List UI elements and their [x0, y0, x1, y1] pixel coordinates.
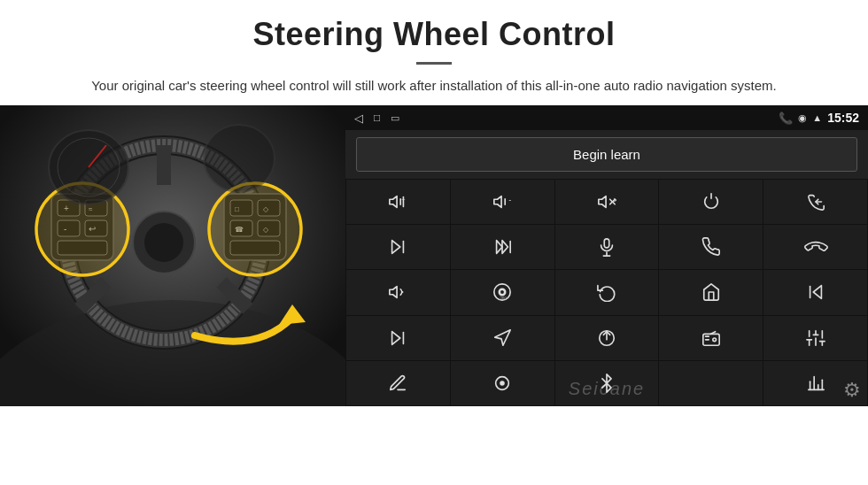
- back-cell[interactable]: [555, 270, 659, 314]
- vol-down-cell[interactable]: -: [451, 180, 554, 224]
- svg-marker-63: [813, 286, 821, 299]
- status-right: 📞 ◉ ▲ 15:52: [779, 111, 859, 125]
- wifi-icon: ▲: [812, 112, 822, 123]
- mic-cell[interactable]: [555, 225, 659, 269]
- steering-wheel-panel: + ≈ - ↩ □ ◇ ☎ ◇: [0, 105, 345, 406]
- phone-prev-cell[interactable]: [763, 180, 867, 224]
- fast-fwd-cell[interactable]: [451, 225, 554, 269]
- vol-up-cell[interactable]: +: [346, 180, 450, 224]
- svg-text:-: -: [509, 196, 512, 204]
- svg-text:360°: 360°: [500, 297, 508, 302]
- hang-up-cell[interactable]: [763, 225, 867, 269]
- page-title: Steering Wheel Control: [53, 16, 815, 53]
- svg-point-35: [204, 125, 275, 192]
- rewind-cell[interactable]: [763, 270, 867, 314]
- skip-fwd-cell[interactable]: [346, 316, 450, 360]
- svg-marker-49: [392, 241, 400, 254]
- home-icon[interactable]: □: [374, 112, 380, 124]
- icon-grid: + - ✕: [345, 179, 868, 406]
- begin-learn-button[interactable]: Begin learn: [356, 137, 857, 172]
- eject-cell[interactable]: [555, 316, 659, 360]
- svg-point-81: [500, 381, 505, 386]
- page-container: Steering Wheel Control Your original car…: [0, 0, 868, 406]
- svg-marker-41: [494, 196, 501, 208]
- mute-cell[interactable]: ✕: [555, 180, 659, 224]
- back-icon[interactable]: ◁: [354, 112, 363, 125]
- title-divider: [416, 62, 452, 65]
- settings-gear-icon[interactable]: ⚙: [843, 379, 861, 402]
- header-section: Steering Wheel Control Your original car…: [0, 0, 868, 105]
- svg-marker-52: [502, 241, 508, 254]
- power-cell[interactable]: [659, 180, 763, 224]
- svg-marker-65: [392, 331, 400, 344]
- cam-360-cell[interactable]: 360°: [451, 270, 554, 314]
- eq-cell[interactable]: [763, 316, 867, 360]
- svg-point-70: [713, 338, 717, 342]
- svg-point-31: [209, 183, 301, 275]
- time-display: 15:52: [827, 111, 859, 125]
- pen-cell[interactable]: [346, 361, 450, 405]
- home-cell[interactable]: [659, 270, 763, 314]
- svg-point-9: [144, 223, 183, 262]
- svg-marker-66: [495, 330, 510, 345]
- phone-status-icon: 📞: [779, 112, 793, 125]
- recent-icon[interactable]: ▭: [391, 112, 399, 124]
- horn-cell[interactable]: [346, 270, 450, 314]
- svg-text:+: +: [402, 196, 406, 204]
- next-cell[interactable]: [346, 225, 450, 269]
- music-cell[interactable]: [659, 361, 763, 405]
- steering-wheel-image: + ≈ - ↩ □ ◇ ☎ ◇: [0, 105, 345, 406]
- svg-point-60: [500, 290, 505, 296]
- svg-marker-44: [599, 196, 606, 208]
- status-left: ◁ □ ▭: [354, 112, 399, 125]
- begin-learn-row: Begin learn: [345, 130, 868, 179]
- location-icon: ◉: [798, 112, 807, 124]
- svg-marker-37: [390, 196, 397, 208]
- nav-cell[interactable]: [451, 316, 554, 360]
- android-hu-panel: ◁ □ ▭ 📞 ◉ ▲ 15:52 Begin learn +: [345, 105, 868, 406]
- record-cell[interactable]: [451, 361, 554, 405]
- status-bar: ◁ □ ▭ 📞 ◉ ▲ 15:52: [345, 105, 868, 130]
- subtitle: Your original car's steering wheel contr…: [89, 75, 779, 96]
- bluetooth-cell[interactable]: [555, 361, 659, 405]
- svg-marker-51: [497, 241, 502, 254]
- svg-text:✕: ✕: [613, 196, 616, 204]
- radio-cell[interactable]: [659, 316, 763, 360]
- svg-rect-54: [604, 239, 609, 248]
- content-row: + ≈ - ↩ □ ◇ ☎ ◇: [0, 105, 868, 406]
- phone-cell[interactable]: [659, 225, 763, 269]
- svg-point-59: [402, 292, 404, 294]
